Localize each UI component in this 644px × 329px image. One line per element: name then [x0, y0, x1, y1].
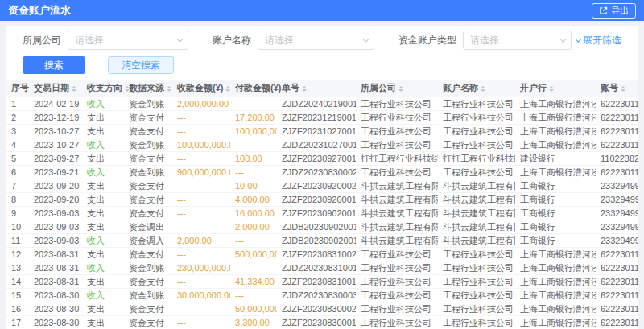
cell-income: 2,000,000.00: [172, 97, 230, 110]
cell-account: 工程行业科技公司: [438, 165, 515, 179]
table-row: 72023-09-20支出资金支付---10.00ZJZF20230920002…: [6, 179, 638, 192]
cell-date: 2023-12-19: [29, 110, 82, 124]
cell-number: 23329499: [596, 179, 638, 192]
sort-caret-icon[interactable]: [481, 86, 485, 92]
cell-bank: 建设银行: [515, 151, 596, 165]
search-button[interactable]: 搜索: [23, 56, 85, 74]
sort-caret-icon[interactable]: [225, 86, 230, 92]
column-header-company[interactable]: 所属公司: [356, 80, 438, 97]
column-header-account[interactable]: 账户名称: [438, 80, 515, 97]
table-row: 22023-12-19支出资金支付---17,200.00ZJZF2023121…: [6, 110, 638, 124]
cell-order: ZJDZ20230830002: [277, 165, 356, 179]
column-header-bank[interactable]: 开户行: [515, 80, 596, 97]
cell-order: ZJZF20231219001: [277, 110, 356, 124]
column-label: 交易日期: [34, 83, 69, 93]
table-row: 142023-08-31支出资金支付---41,334.00ZJZF202308…: [6, 274, 638, 288]
cell-source: 资金到账: [124, 165, 172, 179]
cell-account: 打打工程行业科技街: [438, 151, 515, 165]
cell-source: 资金支付: [124, 315, 172, 329]
sort-caret-icon[interactable]: [549, 86, 554, 92]
column-header-date[interactable]: 交易日期: [29, 80, 82, 97]
cell-date: 2023-09-03: [29, 233, 82, 247]
column-header-order[interactable]: 单号: [277, 80, 356, 97]
cell-date: 2023-08-31: [29, 247, 82, 261]
sort-caret-icon[interactable]: [302, 86, 307, 92]
cell-source: 资金支付: [124, 110, 172, 124]
cell-direction: 收入: [82, 165, 124, 179]
cell-payment: ---: [230, 233, 277, 247]
cell-company: 斗拱云建筑工程有限公司: [356, 220, 438, 233]
cell-source: 资金到账: [124, 97, 172, 110]
cell-number: 62223011: [596, 288, 638, 302]
cell-no: 3: [6, 124, 29, 138]
cell-bank: 工商银行: [515, 206, 596, 220]
cell-income: ---: [172, 110, 230, 124]
cell-account: 斗拱云建筑工程有限公司: [438, 220, 515, 233]
cell-payment: ---: [230, 97, 277, 110]
cell-income: ---: [172, 302, 230, 315]
cell-number: 23329499: [596, 206, 638, 220]
column-header-income[interactable]: 收款金额(¥): [172, 80, 230, 97]
cell-payment: 100.00: [230, 151, 277, 165]
cell-date: 2023-09-20: [29, 192, 82, 206]
clear-search-button[interactable]: 清空搜索: [108, 56, 174, 74]
cell-income: ---: [172, 247, 230, 261]
sort-caret-icon[interactable]: [72, 86, 76, 92]
cell-account: 工程行业科技公司: [438, 315, 515, 329]
cell-account: 工程行业科技公司: [438, 274, 515, 288]
cell-direction: 支出: [82, 274, 124, 288]
cell-company: 工程行业科技公司: [356, 165, 438, 179]
cell-income: 900,000,000.00: [172, 165, 230, 179]
column-label: 账号: [601, 83, 618, 93]
sort-caret-icon[interactable]: [621, 86, 625, 92]
expand-filters-link[interactable]: 展开筛选: [575, 34, 621, 47]
expand-filters-label: 展开筛选: [583, 34, 621, 47]
table-row: 112023-09-03收入资金调入2,000.00---ZJDB2023090…: [6, 233, 638, 247]
column-header-number[interactable]: 账号: [596, 80, 638, 97]
cell-order: ZJZF20230920001: [277, 192, 356, 206]
cell-account: 斗拱云建筑工程有限公司: [438, 179, 515, 192]
cell-account: 工程行业科技公司: [438, 138, 515, 151]
cell-source: 资金支付: [124, 274, 172, 288]
cell-company: 工程行业科技公司: [356, 288, 438, 302]
cell-direction: 支出: [82, 302, 124, 315]
column-header-direction[interactable]: 收支方向: [82, 80, 124, 97]
cell-direction: 支出: [82, 151, 124, 165]
column-header-payment[interactable]: 付款金额(¥): [230, 80, 277, 97]
export-button[interactable]: 导出: [592, 3, 636, 19]
cell-no: 11: [6, 233, 29, 247]
cell-no: 10: [6, 220, 29, 233]
cell-source: 资金支付: [124, 206, 172, 220]
account-name-select-placeholder: 请选择: [265, 34, 294, 47]
column-label: 收款金额(¥): [177, 83, 223, 93]
sort-caret-icon[interactable]: [167, 86, 171, 92]
cell-no: 13: [6, 261, 29, 274]
column-label: 账户名称: [443, 83, 478, 93]
export-icon: [599, 6, 608, 15]
sort-caret-icon[interactable]: [398, 86, 403, 92]
account-type-select[interactable]: 请选择: [463, 31, 572, 50]
cell-order: ZJZF20230920002: [277, 179, 356, 192]
cell-income: ---: [172, 315, 230, 329]
cell-order: ZJZF20230831001: [277, 274, 356, 288]
cell-order: ZJZF20230902001: [277, 206, 356, 220]
cell-number: 62223011: [596, 247, 638, 261]
column-header-source[interactable]: 数据来源: [124, 80, 172, 97]
cell-number: 62223011: [596, 97, 638, 110]
cell-income: ---: [172, 151, 230, 165]
cell-direction: 支出: [82, 179, 124, 192]
cell-no: 8: [6, 192, 29, 206]
cell-company: 工程行业科技公司: [356, 274, 438, 288]
cell-income: ---: [172, 220, 230, 233]
cell-bank: 上海工商银行漕河泾支行: [515, 288, 596, 302]
table-row: 162023-08-30支出资金支付---50,000,000.00ZJZF20…: [6, 302, 638, 315]
cell-no: 17: [6, 315, 29, 329]
cell-account: 工程行业科技公司: [438, 110, 515, 124]
cell-date: 2023-09-03: [29, 206, 82, 220]
table-row: 32023-10-27支出资金支付---100,000,000.00ZJZF20…: [6, 124, 638, 138]
cell-payment: 500,000,000.00: [230, 247, 277, 261]
company-select[interactable]: 请选择: [68, 31, 188, 50]
account-name-select[interactable]: 请选择: [258, 31, 374, 50]
cell-order: ZJDZ20231027001: [277, 138, 356, 151]
cell-number: 62223011: [596, 315, 638, 329]
